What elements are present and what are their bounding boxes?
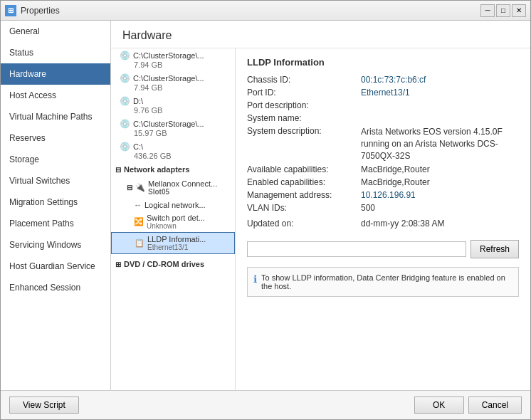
content-area: General Status Hardware Host Access Virt…	[1, 21, 530, 390]
sysdesc-label: System description:	[247, 126, 361, 136]
sidebar-item-guardian[interactable]: Host Guardian Service	[1, 256, 110, 277]
disk-item-3[interactable]: 💿 D:\ 9.76 GB	[111, 94, 235, 117]
detail-title: LLDP Information	[247, 57, 519, 68]
refresh-input[interactable]	[247, 241, 466, 257]
disk-size-3: 9.76 GB	[120, 106, 229, 115]
window-icon-label: ⊞	[8, 6, 14, 14]
disk-item-1[interactable]: 💿 C:\ClusterStorage\... 7.94 GB	[111, 48, 235, 71]
switch-port-label: Switch port det...	[147, 214, 205, 222]
disk-size-5: 436.26 GB	[120, 152, 229, 160]
updated-value: dd-mm-yy 2:08:38 AM	[361, 219, 519, 229]
refresh-row: Refresh	[247, 240, 519, 258]
mellanox-group: ⊟ 🔌 Mellanox Connect... Slot05	[111, 177, 235, 199]
disk-path-1: C:\ClusterStorage\...	[133, 51, 204, 60]
view-script-button[interactable]: View Script	[9, 397, 79, 414]
mellanox-collapse-icon: ⊟	[127, 184, 132, 191]
detail-row-vlan: VLAN IDs: 500	[247, 203, 519, 213]
sidebar-item-general[interactable]: General	[1, 21, 110, 42]
footer: View Script OK Cancel	[1, 390, 530, 419]
footer-right: OK Cancel	[414, 397, 522, 414]
logical-network-item[interactable]: ↔ Logical network...	[111, 199, 235, 211]
window-icon: ⊞	[5, 5, 16, 16]
sidebar-item-servicing[interactable]: Servicing Windows	[1, 234, 110, 256]
main-body: 💿 C:\ClusterStorage\... 7.94 GB 💿 C:\Clu…	[111, 48, 530, 390]
main-header: Hardware	[111, 21, 530, 48]
mgmt-label: Management address:	[247, 190, 361, 200]
minimize-button[interactable]: ─	[480, 4, 495, 17]
switch-port-icon: 🔀	[134, 217, 144, 226]
network-adapters-section[interactable]: ⊟ Network adapters	[111, 162, 235, 177]
updated-label: Updated on:	[247, 219, 361, 229]
sidebar: General Status Hardware Host Access Virt…	[1, 21, 111, 390]
detail-row-mgmt: Management address: 10.126.196.91	[247, 190, 519, 200]
properties-window: ⊞ Properties ─ □ ✕ General Status Hardwa…	[0, 0, 531, 420]
sidebar-item-virtual-switches[interactable]: Virtual Switches	[1, 170, 110, 191]
disk-item-2[interactable]: 💿 C:\ClusterStorage\... 7.94 GB	[111, 71, 235, 94]
port-value: Ethernet13/1	[361, 88, 519, 98]
info-text: To show LLDP information, Data Center Br…	[261, 273, 512, 290]
title-bar-controls: ─ □ ✕	[480, 4, 526, 17]
lldp-icon: 📋	[135, 238, 144, 248]
logical-network-label: Logical network...	[144, 201, 206, 209]
disk-path-5: C:\	[133, 142, 143, 151]
lldp-label: LLDP Informati...	[147, 235, 206, 243]
sidebar-item-vm-paths[interactable]: Virtual Machine Paths	[1, 106, 110, 127]
sysdesc-value: Arista Networks EOS version 4.15.0F runn…	[361, 126, 519, 162]
mellanox-section[interactable]: ⊟ 🔌 Mellanox Connect... Slot05	[122, 177, 235, 199]
logical-network-icon: ↔	[134, 201, 142, 209]
sidebar-item-hardware[interactable]: Hardware	[1, 63, 110, 85]
dvd-section[interactable]: ⊞ DVD / CD-ROM drives	[111, 257, 235, 271]
detail-row-port: Port ID: Ethernet13/1	[247, 88, 519, 98]
vlan-value: 500	[361, 203, 519, 213]
network-section-label: Network adapters	[124, 165, 189, 174]
detail-row-avail: Available capabilities: MacBridge,Router	[247, 164, 519, 174]
mellanox-icon: 🔌	[135, 183, 145, 192]
enabled-label: Enabled capabilities:	[247, 177, 361, 187]
disk-item-5[interactable]: 💿 C:\ 436.26 GB	[111, 140, 235, 162]
close-button[interactable]: ✕	[512, 4, 526, 17]
detail-row-updated: Updated on: dd-mm-yy 2:08:38 AM	[247, 219, 519, 229]
main-content: Hardware 💿 C:\ClusterStorage\... 7.94 GB	[111, 21, 530, 390]
disk-path-2: C:\ClusterStorage\...	[133, 74, 204, 83]
sidebar-item-reserves[interactable]: Reserves	[1, 127, 110, 149]
disk-size-1: 7.94 GB	[120, 61, 229, 69]
sidebar-item-host-access[interactable]: Host Access	[1, 85, 110, 106]
sidebar-item-placement[interactable]: Placement Paths	[1, 213, 110, 234]
sidebar-item-enhanced[interactable]: Enhanced Session	[1, 277, 110, 298]
maximize-button[interactable]: □	[496, 4, 510, 17]
portdesc-label: Port description:	[247, 100, 361, 110]
disk-path-4: C:\ClusterStorage\...	[133, 120, 204, 128]
detail-row-sysname: System name:	[247, 113, 519, 123]
sysname-value	[361, 113, 519, 123]
sidebar-item-status[interactable]: Status	[1, 42, 110, 63]
disk-size-2: 7.94 GB	[120, 83, 229, 92]
sidebar-item-migration[interactable]: Migration Settings	[1, 191, 110, 213]
detail-row-chassis: Chassis ID: 00:1c:73:7c:b6:cf	[247, 75, 519, 85]
disk-icon-3: 💿	[120, 96, 130, 106]
info-icon: ℹ	[253, 273, 257, 285]
enabled-value: MacBridge,Router	[361, 177, 519, 187]
detail-row-sysdesc: System description: Arista Networks EOS …	[247, 126, 519, 162]
switch-port-item[interactable]: 🔀 Switch port det... Unknown	[111, 211, 235, 232]
network-section-collapse-icon: ⊟	[115, 166, 121, 174]
info-box: ℹ To show LLDP information, Data Center …	[247, 267, 519, 297]
disk-size-4: 15.97 GB	[120, 129, 229, 137]
detail-row-portdesc: Port description:	[247, 100, 519, 110]
mgmt-value: 10.126.196.91	[361, 190, 519, 200]
footer-left: View Script	[9, 397, 79, 414]
title-bar: ⊞ Properties ─ □ ✕	[1, 1, 530, 21]
chassis-value: 00:1c:73:7c:b6:cf	[361, 75, 519, 85]
lldp-info-item[interactable]: 📋 LLDP Informati... Ethernet13/1	[111, 232, 235, 254]
disk-icon-5: 💿	[120, 142, 130, 152]
ok-button[interactable]: OK	[414, 397, 464, 414]
sidebar-item-storage[interactable]: Storage	[1, 149, 110, 170]
disk-item-4[interactable]: 💿 C:\ClusterStorage\... 15.97 GB	[111, 117, 235, 140]
refresh-button[interactable]: Refresh	[470, 240, 519, 258]
avail-value: MacBridge,Router	[361, 164, 519, 174]
chassis-label: Chassis ID:	[247, 75, 361, 85]
disk-icon-4: 💿	[120, 119, 130, 129]
tree-panel: 💿 C:\ClusterStorage\... 7.94 GB 💿 C:\Clu…	[111, 48, 236, 390]
disk-path-3: D:\	[133, 97, 143, 105]
cancel-button[interactable]: Cancel	[468, 397, 522, 414]
port-label: Port ID:	[247, 88, 361, 98]
